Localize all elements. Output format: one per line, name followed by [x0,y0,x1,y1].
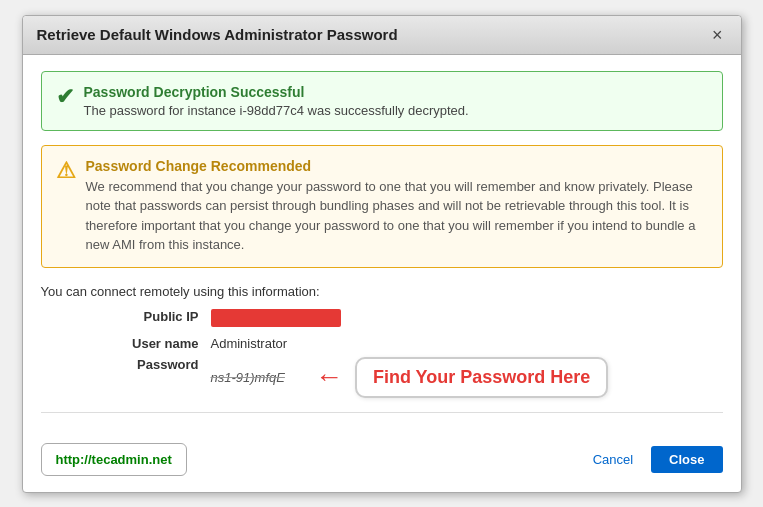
close-button[interactable]: Close [651,446,722,473]
success-alert: ✔ Password Decryption Successful The pas… [41,71,723,131]
public-ip-value [211,309,723,330]
divider [41,412,723,413]
main-dialog: Retrieve Default Windows Administrator P… [22,15,742,493]
dialog-header: Retrieve Default Windows Administrator P… [23,16,741,55]
info-intro: You can connect remotely using this info… [41,284,723,299]
cancel-button[interactable]: Cancel [583,446,643,473]
close-x-button[interactable]: × [708,26,727,44]
ip-redacted [211,309,341,327]
warning-alert-content: Password Change Recommended We recommend… [86,158,708,255]
username-value: Administrator [211,336,723,351]
footer-buttons: Cancel Close [583,446,723,473]
warning-alert: ⚠ Password Change Recommended We recomme… [41,145,723,268]
warning-alert-body: We recommend that you change your passwo… [86,177,708,255]
red-arrow-icon: ← [315,361,343,393]
password-row: ns1-91)mfqE ← Find Your Password Here [211,357,723,398]
url-box: http://tecadmin.net [41,443,187,476]
success-alert-body: The password for instance i-98dd77c4 was… [84,103,469,118]
dialog-footer: http://tecadmin.net Cancel Close [23,443,741,492]
username-label: User name [101,336,211,351]
find-password-bubble: Find Your Password Here [355,357,608,398]
find-password-text: Find Your Password Here [373,367,590,387]
info-grid: Public IP User name Administrator Passwo… [101,309,723,398]
dialog-body: ✔ Password Decryption Successful The pas… [23,55,741,443]
info-section: You can connect remotely using this info… [41,284,723,398]
warning-icon: ⚠ [56,158,76,184]
public-ip-label: Public IP [101,309,211,330]
success-alert-title: Password Decryption Successful [84,84,469,100]
warning-alert-title: Password Change Recommended [86,158,708,174]
password-value: ns1-91)mfqE [211,370,285,385]
password-label: Password [101,357,211,398]
annotation-arrow-container: ← Find Your Password Here [315,357,608,398]
success-alert-content: Password Decryption Successful The passw… [84,84,469,118]
dialog-title: Retrieve Default Windows Administrator P… [37,26,398,43]
check-icon: ✔ [56,84,74,110]
